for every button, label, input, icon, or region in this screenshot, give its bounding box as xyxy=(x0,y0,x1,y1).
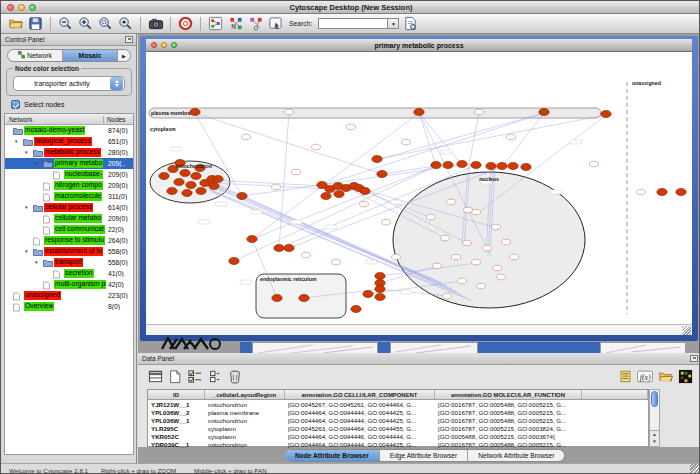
network-node-open[interactable] xyxy=(447,199,456,205)
network-node[interactable] xyxy=(457,160,467,167)
table-row[interactable]: YJR121W__1mitochondrion[GO:0045267, GO:0… xyxy=(148,400,648,408)
table-vscrollbar[interactable]: ▲▼ xyxy=(649,389,660,447)
network-node[interactable] xyxy=(414,108,424,115)
network-node-open[interactable] xyxy=(441,235,450,241)
network-node[interactable] xyxy=(521,163,531,170)
table-cell[interactable]: [GO:0016787, GO:0005215, GO:0003824, G..… xyxy=(435,424,582,432)
network-node[interactable] xyxy=(539,108,549,115)
table-cell[interactable]: [GO:0016787, GO:0005488, GO:0005215, G..… xyxy=(435,408,582,416)
tab-node-attribute-browser[interactable]: Node Attribute Browser xyxy=(285,450,380,461)
tree-row[interactable]: ▼transport558(0) xyxy=(5,257,133,268)
network-node-open[interactable] xyxy=(332,259,341,265)
function-builder-icon[interactable]: f(x) xyxy=(637,368,653,384)
table-cell[interactable]: [GO:0044464, GO:0044446, GO:0044444, G..… xyxy=(285,432,435,440)
network-node-open[interactable] xyxy=(510,254,519,260)
network-node-open[interactable] xyxy=(360,201,369,207)
network-canvas[interactable]: plasma membranecytoplasmmitochondrionnuc… xyxy=(146,52,692,324)
select-attributes-icon[interactable] xyxy=(187,368,203,384)
network-node[interactable] xyxy=(182,189,192,196)
tab-network-attribute-browser[interactable]: Network Attribute Browser xyxy=(468,450,564,461)
table-cell[interactable]: cytoplasm xyxy=(205,424,285,432)
network-node-open[interactable] xyxy=(347,124,356,130)
network-node-open[interactable] xyxy=(433,263,442,269)
network-node[interactable] xyxy=(377,170,387,177)
tree-row[interactable]: ▼biological_process651(0) xyxy=(5,136,133,147)
delete-attribute-icon[interactable] xyxy=(227,368,243,384)
network-node-open[interactable] xyxy=(285,109,294,115)
network-node[interactable] xyxy=(497,162,507,169)
network-node[interactable] xyxy=(443,161,453,168)
network-node[interactable] xyxy=(247,235,257,242)
network-node-open[interactable] xyxy=(458,278,467,284)
network-node[interactable] xyxy=(360,187,370,194)
network-node[interactable] xyxy=(272,294,282,301)
network-node-open[interactable] xyxy=(637,189,646,195)
table-cell[interactable] xyxy=(582,408,648,416)
network-node[interactable] xyxy=(229,257,239,264)
network-node-open[interactable] xyxy=(464,207,473,213)
table-cell[interactable]: [GO:0045263, GO:0044464, GO:0044455, G..… xyxy=(285,424,435,432)
table-row[interactable]: YPL036W__1mitochondrion[GO:0044464, GO:0… xyxy=(148,416,648,424)
scrollbar-thumb[interactable] xyxy=(651,391,658,407)
network-node-open[interactable] xyxy=(382,219,391,225)
attribute-list-icon[interactable] xyxy=(617,368,633,384)
zoom-out-icon[interactable] xyxy=(57,16,74,32)
table-column-header[interactable]: _cellularLayoutRegion xyxy=(205,390,285,399)
network-node-open[interactable] xyxy=(242,134,251,140)
network-node[interactable] xyxy=(676,188,686,195)
table-cell[interactable]: cytoplasm xyxy=(205,432,285,440)
tree-row[interactable]: nitrogen compo209(0) xyxy=(5,180,133,191)
network-node[interactable] xyxy=(375,285,385,292)
tree-row[interactable]: secretion41(0) xyxy=(5,268,133,279)
network-node[interactable] xyxy=(190,108,200,115)
network-node[interactable] xyxy=(471,161,481,168)
network-node-open[interactable] xyxy=(497,274,506,280)
attribute-batch-icon[interactable] xyxy=(207,368,223,384)
network-node-open[interactable] xyxy=(475,109,484,115)
table-column-header[interactable] xyxy=(582,390,648,399)
network-node-open[interactable] xyxy=(477,283,486,289)
table-cell[interactable]: [GO:0005488, GO:0005215, GO:0003674] xyxy=(435,432,582,440)
tree-col-nodes[interactable]: Nodes xyxy=(103,116,125,123)
network-node-open[interactable] xyxy=(483,245,492,251)
network-node[interactable] xyxy=(159,172,169,179)
annotation-icon[interactable] xyxy=(267,16,284,32)
table-cell[interactable]: [GO:0044464, GO:0044444, GO:0044425, G..… xyxy=(285,416,435,424)
table-cell[interactable]: YJR121W__1 xyxy=(148,400,205,408)
tree-row[interactable]: unassigned223(0) xyxy=(5,290,133,301)
advanced-search-icon[interactable] xyxy=(402,16,419,32)
network-node[interactable] xyxy=(274,244,284,251)
network-node[interactable] xyxy=(508,162,518,169)
table-cell[interactable]: YPL036W__1 xyxy=(148,416,205,424)
network-overview-icon[interactable] xyxy=(207,16,224,32)
network-node-open[interactable] xyxy=(507,134,516,140)
table-cell[interactable] xyxy=(582,416,648,424)
select-nodes-checkbox[interactable] xyxy=(11,100,20,109)
network-node[interactable] xyxy=(375,293,385,300)
table-cell[interactable]: [GO:0044464, GO:0044444, GO:0044425, G..… xyxy=(285,408,435,416)
snapshot-icon[interactable] xyxy=(147,16,164,32)
tree-row[interactable]: cell communicat22(0) xyxy=(5,224,133,235)
tree-row[interactable]: ▼establishment of lo558(0) xyxy=(5,246,133,257)
tree-row[interactable]: nucleobase-209(0) xyxy=(5,169,133,180)
tab-mosaic[interactable]: Mosaic xyxy=(63,50,118,61)
zoom-fit-icon[interactable] xyxy=(117,16,134,32)
tree-row[interactable]: cellular metabo209(0) xyxy=(5,213,133,224)
table-cell[interactable]: YLR295C xyxy=(148,424,205,432)
tree-row[interactable]: Overview8(0) xyxy=(5,301,133,312)
network-view-titlebar[interactable]: primary metabolic process xyxy=(146,39,692,52)
table-cell[interactable]: mitochondrion xyxy=(205,400,285,408)
table-column-header[interactable]: ID xyxy=(148,390,205,399)
network-node[interactable] xyxy=(431,161,441,168)
float-panel-icon[interactable] xyxy=(125,36,133,43)
network-node[interactable] xyxy=(284,244,294,251)
tree-row[interactable]: ▼cellular process614(0) xyxy=(5,202,133,213)
network-node[interactable] xyxy=(601,110,611,117)
network-node-open[interactable] xyxy=(443,293,452,299)
table-cell[interactable]: [GO:0016787, GO:0005488, GO:0005215, G..… xyxy=(435,416,582,424)
network-node[interactable] xyxy=(191,172,201,179)
table-cell[interactable] xyxy=(582,424,648,432)
network-node-open[interactable] xyxy=(302,252,311,258)
tab-network[interactable]: Network xyxy=(8,50,63,61)
network-node-open[interactable] xyxy=(427,214,436,220)
